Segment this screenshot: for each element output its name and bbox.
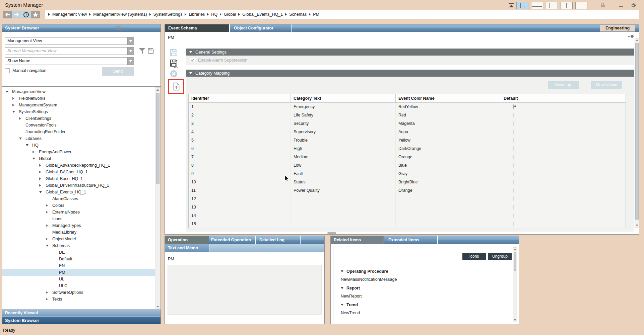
table-row[interactable]: 8 Low Blue: [189, 161, 626, 170]
tree-expander-icon[interactable]: [46, 298, 48, 301]
default-radio[interactable]: [513, 221, 514, 227]
column-header-identifier[interactable]: Identifier: [189, 94, 291, 102]
tree-expander-icon[interactable]: [26, 144, 28, 146]
history-button[interactable]: [22, 11, 30, 18]
breadcrumb-item[interactable]: Global: [224, 12, 236, 17]
move-down-button[interactable]: Move down: [591, 81, 622, 89]
tree-expander-icon[interactable]: [39, 177, 41, 180]
tree-expander-icon[interactable]: [46, 245, 49, 247]
tree-item[interactable]: Global_Events_HQ_1: [2, 189, 155, 195]
enable-alarm-suppression-checkbox[interactable]: [190, 58, 195, 63]
favorites-button[interactable]: [31, 11, 40, 18]
tree-expander-icon[interactable]: [33, 151, 35, 153]
tab-object-configurator[interactable]: Object Configurator: [230, 24, 291, 32]
scroll-down-icon[interactable]: [636, 225, 638, 226]
tree-item[interactable]: DE: [2, 249, 155, 256]
tree-item[interactable]: HQ: [2, 142, 155, 149]
table-row[interactable]: 6 High DarkOrange: [189, 145, 626, 153]
tree-item[interactable]: Colors: [2, 202, 155, 209]
related-item[interactable]: NewTrend: [333, 309, 508, 317]
icons-view-button[interactable]: Icons: [462, 253, 486, 260]
table-row[interactable]: 5 Trouble Yellow: [189, 136, 626, 145]
tree-expander-icon[interactable]: [46, 291, 48, 294]
breadcrumb-item[interactable]: Global_Events_HQ_1: [242, 12, 283, 17]
tree-expander-icon[interactable]: [46, 224, 48, 227]
breadcrumb-item[interactable]: ManagementView (System1): [93, 12, 147, 17]
related-item[interactable]: NewMassNotificationMessage: [333, 275, 508, 284]
layout-left-strip-icon[interactable]: [546, 2, 558, 9]
layout-grid-icon[interactable]: [561, 2, 573, 9]
filter-funnel-icon[interactable]: [139, 48, 146, 55]
breadcrumb-item[interactable]: HQ: [211, 12, 217, 17]
search-options-arrow[interactable]: [127, 47, 134, 55]
tree-expander-icon[interactable]: [12, 104, 14, 106]
table-row[interactable]: 11 Power Quality Orange: [189, 186, 626, 195]
view-selector-arrow[interactable]: [127, 37, 134, 45]
general-settings-header[interactable]: General Settings: [186, 49, 634, 56]
main-scrollbar[interactable]: [635, 38, 639, 228]
display-mode-dropdown[interactable]: Show Name: [5, 57, 127, 65]
breadcrumb-item[interactable]: Schemas: [289, 12, 307, 17]
default-radio[interactable]: [513, 138, 514, 143]
related-item[interactable]: NewReport: [333, 292, 508, 301]
tree-item[interactable]: ManagementSystem: [2, 102, 155, 108]
breadcrumb-item[interactable]: PM: [313, 12, 319, 17]
tree-item[interactable]: Icons: [2, 216, 155, 222]
search-input[interactable]: Search Management View: [5, 47, 127, 55]
search-icon[interactable]: [116, 25, 122, 32]
scroll-up-icon[interactable]: [636, 39, 638, 41]
default-radio[interactable]: [513, 179, 514, 185]
tree-item[interactable]: ULC: [2, 282, 155, 289]
table-row[interactable]: 1 Emergency RedYellow: [189, 103, 626, 111]
tree-expander-icon[interactable]: [46, 211, 48, 214]
manual-navigation-checkbox[interactable]: [5, 68, 10, 73]
tree-expander-icon[interactable]: [6, 91, 8, 93]
default-radio[interactable]: [513, 163, 514, 168]
tree-expander-icon[interactable]: [33, 158, 35, 160]
table-row[interactable]: 14: [189, 212, 626, 220]
tree-expander-icon[interactable]: [19, 138, 22, 140]
scroll-up-icon[interactable]: [514, 249, 516, 250]
table-row[interactable]: 3 Security Magenta: [189, 119, 626, 128]
column-header-event-color[interactable]: Event Color Name: [396, 94, 496, 102]
tab-extended-operation[interactable]: Extended Operation: [209, 236, 255, 244]
tree-item[interactable]: Texts: [2, 296, 155, 303]
ungroup-button[interactable]: Ungroup: [488, 253, 512, 260]
save-button[interactable]: [170, 49, 178, 58]
tree-item[interactable]: SoftwareOptions: [2, 289, 155, 296]
minimize-button[interactable]: [619, 6, 623, 7]
default-radio[interactable]: [513, 154, 514, 160]
forward-button[interactable]: [12, 11, 21, 18]
default-radio[interactable]: [513, 196, 514, 201]
breadcrumb-item[interactable]: SystemSettings: [153, 12, 183, 17]
table-row[interactable]: 9 Fault Gray: [189, 170, 626, 178]
tree-expander-icon[interactable]: [39, 191, 42, 193]
tree-expander-icon[interactable]: [39, 171, 41, 173]
table-row[interactable]: 4 Supervisory Aqua: [189, 128, 626, 136]
tab-extended-items[interactable]: Extended Items: [384, 236, 437, 244]
scroll-down-icon[interactable]: [156, 306, 159, 308]
view-selector-dropdown[interactable]: Management View: [5, 37, 127, 45]
tree-item[interactable]: ObjectModel: [2, 236, 155, 242]
system-browser-bottom-tab[interactable]: System Browser: [2, 317, 160, 324]
tree-expander-icon[interactable]: [39, 164, 41, 167]
default-radio[interactable]: [513, 204, 514, 210]
scroll-up-icon[interactable]: [156, 89, 159, 91]
tree-item[interactable]: JournalingRootFolder: [2, 129, 155, 135]
default-radio[interactable]: [513, 171, 514, 176]
tree-scrollbar[interactable]: [155, 87, 160, 309]
tree-item[interactable]: SystemSettings: [2, 108, 155, 115]
tree-item[interactable]: Libraries: [2, 135, 155, 142]
scrollbar-thumb[interactable]: [514, 252, 516, 271]
table-row[interactable]: 12: [189, 195, 626, 203]
tree-item[interactable]: FieldNetworks: [2, 95, 155, 102]
default-radio[interactable]: [513, 112, 514, 118]
column-header-default[interactable]: Default: [496, 94, 598, 102]
related-group-header[interactable]: Report: [333, 284, 508, 292]
tree-item[interactable]: Global_AdvancedReporting_HQ_1: [2, 162, 155, 169]
table-row[interactable]: 15: [189, 220, 626, 228]
lock-icon[interactable]: [601, 3, 605, 7]
tree-item[interactable]: ClientSettings: [2, 115, 155, 122]
tree-item[interactable]: UL: [2, 276, 155, 282]
tree-item[interactable]: Default: [2, 256, 155, 262]
